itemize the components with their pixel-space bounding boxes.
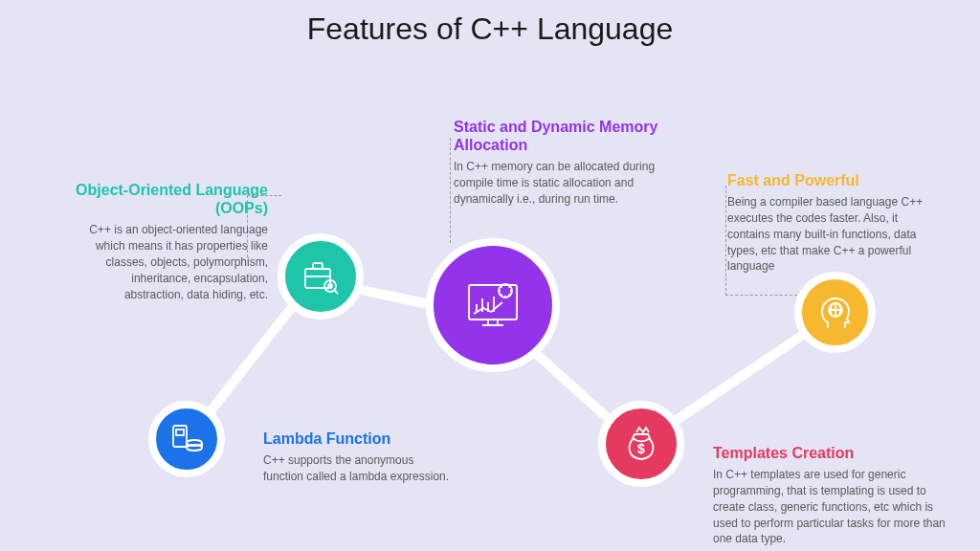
feature-desc: Being a compiler based language C++ exec… xyxy=(727,194,943,275)
node-lambda xyxy=(148,401,225,477)
diagram-title: Features of C++ Language xyxy=(0,0,980,47)
feature-desc: In C++ templates are used for generic pr… xyxy=(713,467,952,547)
monitor-chart-icon xyxy=(459,272,526,339)
feature-heading: Templates Creation xyxy=(713,444,952,462)
feature-lambda: Lambda Function C++ supports the anonymo… xyxy=(263,430,455,485)
feature-memory: Static and Dynamic Memory Allocation In … xyxy=(454,118,674,208)
feature-heading: Fast and Powerful xyxy=(727,171,943,189)
svg-rect-1 xyxy=(176,430,184,435)
database-icon xyxy=(167,420,206,458)
svg-text:$: $ xyxy=(637,441,645,456)
feature-templates: Templates Creation In C++ templates are … xyxy=(713,444,952,547)
node-templates: $ xyxy=(598,401,684,487)
feature-heading: Object-Oriented Language (OOPs) xyxy=(72,181,268,217)
node-memory xyxy=(426,238,560,372)
diagram-canvas: $ Object-Oriented Language (OOPs) C++ is… xyxy=(0,47,980,551)
svg-rect-7 xyxy=(469,285,517,320)
feature-desc: In C++ memory can be allocated during co… xyxy=(454,159,674,207)
feature-heading: Static and Dynamic Memory Allocation xyxy=(454,118,674,154)
feature-oops: Object-Oriented Language (OOPs) C++ is a… xyxy=(72,181,268,302)
feature-fast: Fast and Powerful Being a compiler based… xyxy=(727,171,943,275)
svg-point-8 xyxy=(499,284,512,298)
feature-desc: C++ supports the anonymous function call… xyxy=(263,452,455,485)
dash-line xyxy=(450,138,451,243)
node-fast xyxy=(794,272,876,353)
node-oops xyxy=(278,233,364,320)
money-bag-icon: $ xyxy=(620,423,662,465)
svg-point-3 xyxy=(187,445,202,451)
feature-heading: Lambda Function xyxy=(263,430,455,448)
feature-desc: C++ is an object-oriented language which… xyxy=(72,222,268,302)
svg-rect-4 xyxy=(305,269,330,288)
briefcase-icon xyxy=(300,255,342,298)
head-globe-icon xyxy=(814,292,857,334)
